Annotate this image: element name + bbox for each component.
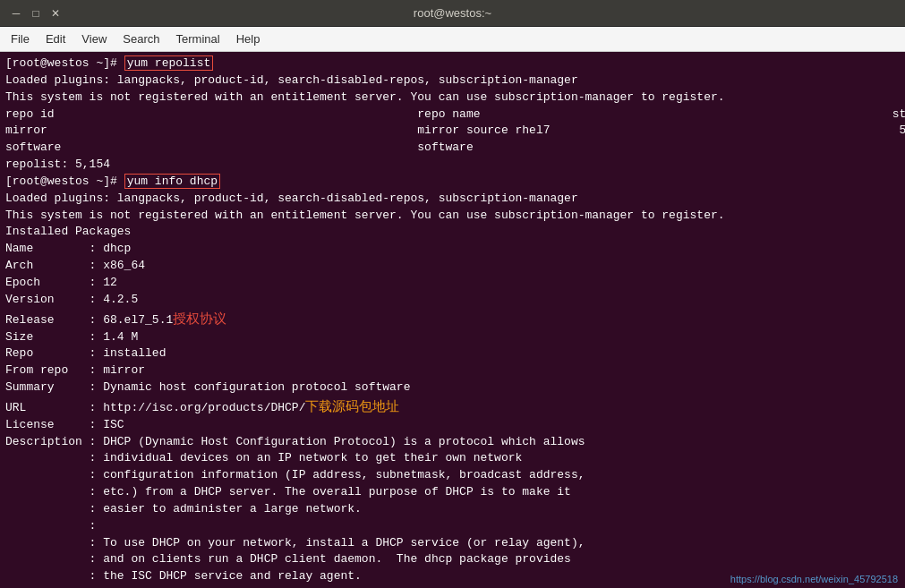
menu-view[interactable]: View <box>74 30 114 47</box>
terminal-line: : <box>5 518 900 535</box>
title-bar: ─ □ ✕ root@westos:~ <box>0 0 905 27</box>
terminal-line: : and on clients run a DHCP client daemo… <box>5 551 900 568</box>
terminal-line: software software 2 <box>5 140 900 157</box>
terminal-line: From repo : mirror <box>5 362 900 379</box>
menu-search[interactable]: Search <box>115 30 166 47</box>
terminal-line: License : ISC <box>5 417 900 434</box>
terminal-line: Summary : Dynamic host configuration pro… <box>5 379 900 396</box>
terminal-line: Version : 4.2.5 <box>5 292 900 309</box>
terminal-line: mirror mirror source rhel7 5,152 <box>5 123 900 140</box>
prompt: [root@westos ~]# <box>5 175 124 188</box>
terminal-line: : To use DHCP on your network, install a… <box>5 535 900 552</box>
terminal-line: Arch : x86_64 <box>5 258 900 275</box>
terminal-line: Description : DHCP (Dynamic Host Configu… <box>5 434 900 451</box>
prompt: [root@westos ~]# <box>5 56 124 70</box>
terminal-line: : individual devices on an IP network to… <box>5 450 900 467</box>
menu-file[interactable]: File <box>4 30 37 47</box>
terminal-line: Loaded plugins: langpacks, product-id, s… <box>5 191 900 208</box>
maximize-button[interactable]: □ <box>29 6 43 21</box>
annotation-download: 下载源码包地址 <box>305 398 399 413</box>
terminal-line: [root@westos ~]# yum info dhcp <box>5 174 900 191</box>
command-highlight: yum repolist <box>124 55 214 71</box>
terminal-line: This system is not registered with an en… <box>5 89 900 107</box>
terminal-line: Release : 68.el7_5.1授权协议 <box>5 309 900 329</box>
menu-help[interactable]: Help <box>229 30 268 47</box>
terminal-line: [root@westos ~]# yum repolist <box>5 55 900 72</box>
terminal-line: This system is not registered with an en… <box>5 208 900 225</box>
terminal-line: : easier to administer a large network. <box>5 501 900 518</box>
minimize-button[interactable]: ─ <box>9 6 23 21</box>
terminal-line: repolist: 5,154 <box>5 157 900 174</box>
command-highlight: yum info dhcp <box>124 174 220 189</box>
close-button[interactable]: ✕ <box>48 6 63 21</box>
terminal-line: : etc.) from a DHCP server. The overall … <box>5 484 900 501</box>
terminal-line: Installed Packages <box>5 224 900 241</box>
window-title: root@westos:~ <box>63 6 842 20</box>
menu-terminal[interactable]: Terminal <box>169 30 227 47</box>
annotation-license: 授权协议 <box>173 311 226 326</box>
terminal-line: Size : 1.4 M <box>5 329 900 346</box>
terminal-line: Name : dhcp <box>5 241 900 258</box>
terminal-line: Loaded plugins: langpacks, product-id, s… <box>5 72 900 89</box>
terminal-line: Epoch : 12 <box>5 275 900 292</box>
menu-edit[interactable]: Edit <box>38 30 73 47</box>
terminal-line: URL : http://isc.org/products/DHCP/下载源码包… <box>5 396 900 417</box>
terminal-area[interactable]: [root@westos ~]# yum repolist Loaded plu… <box>0 52 905 588</box>
bottom-link: https://blog.csdn.net/weixin_45792518 <box>730 574 898 584</box>
menu-bar: File Edit View Search Terminal Help <box>0 27 905 52</box>
terminal-line: repo id repo name status <box>5 107 900 124</box>
terminal-line: Repo : installed <box>5 345 900 362</box>
terminal-line: : configuration information (IP address,… <box>5 467 900 484</box>
